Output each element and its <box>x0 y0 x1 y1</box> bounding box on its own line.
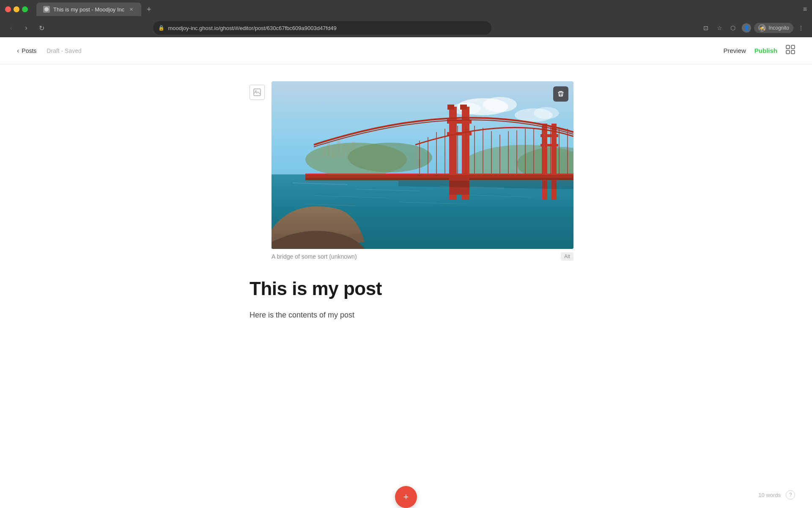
toolbar-actions: ⊡ ☆ ⬡ 👤 🕵 Incognito ⋮ <box>700 22 807 34</box>
svg-rect-61 <box>305 174 573 175</box>
menu-button[interactable]: ⋮ <box>795 22 807 34</box>
profile-button[interactable]: 👤 <box>741 22 752 34</box>
svg-rect-36 <box>447 105 454 110</box>
incognito-icon: 🕵 <box>758 24 766 32</box>
content-wrapper: A bridge of some sort (unknown) Alt This… <box>250 81 562 321</box>
svg-rect-41 <box>540 144 558 146</box>
new-tab-button[interactable]: + <box>143 3 155 15</box>
lock-icon: 🔒 <box>158 25 165 31</box>
alt-text-button[interactable]: Alt <box>561 252 573 261</box>
tab-close-button[interactable]: ✕ <box>128 6 134 13</box>
browser-chrome: This is my post - Moodjoy Inc ✕ + ≡ ‹ › … <box>0 0 812 37</box>
image-caption-row: A bridge of some sort (unknown) Alt <box>272 252 573 261</box>
incognito-label: Incognito <box>768 25 789 31</box>
header-actions: Preview Publish <box>723 45 795 56</box>
tab-end: ≡ <box>803 6 807 13</box>
tab-favicon <box>43 6 50 13</box>
svg-point-0 <box>44 7 49 11</box>
maximize-traffic-light[interactable] <box>22 6 28 12</box>
delete-image-button[interactable] <box>553 86 568 102</box>
svg-rect-2 <box>791 45 795 49</box>
post-body[interactable]: Here is the contents of my post <box>250 309 562 322</box>
svg-rect-4 <box>791 50 795 54</box>
svg-rect-3 <box>786 50 790 54</box>
extensions-button[interactable]: ⬡ <box>727 22 739 34</box>
traffic-lights <box>5 6 28 12</box>
address-bar[interactable]: 🔒 moodjoy-inc.ghost.io/ghost/#/editor/po… <box>153 21 491 35</box>
editor-header: ‹ Posts Draft - Saved Preview Publish <box>0 37 812 64</box>
svg-point-12 <box>534 107 559 119</box>
refresh-button[interactable]: ↻ <box>36 22 47 34</box>
ghost-editor: ‹ Posts Draft - Saved Preview Publish <box>0 37 812 508</box>
forward-button[interactable]: › <box>20 22 32 34</box>
fab-icon: + <box>403 491 409 502</box>
publish-button[interactable]: Publish <box>754 47 777 54</box>
browser-titlebar: This is my post - Moodjoy Inc ✕ + ≡ <box>0 0 812 19</box>
active-tab[interactable]: This is my post - Moodjoy Inc ✕ <box>36 3 141 16</box>
back-label: Posts <box>22 47 36 54</box>
bookmark-button[interactable]: ☆ <box>713 22 725 34</box>
back-button[interactable]: ‹ <box>5 22 17 34</box>
fab-button[interactable]: + <box>395 486 417 508</box>
image-caption: A bridge of some sort (unknown) <box>272 253 561 260</box>
cast-button[interactable]: ⊡ <box>700 22 712 34</box>
svg-rect-37 <box>460 105 467 110</box>
editor-footer: 10 words ? <box>758 490 795 500</box>
incognito-badge: 🕵 Incognito <box>754 23 793 33</box>
minimize-traffic-light[interactable] <box>14 6 19 12</box>
word-count: 10 words <box>758 492 781 498</box>
fab-area: + <box>395 486 417 508</box>
tab-title: This is my post - Moodjoy Inc <box>53 6 124 13</box>
browser-toolbar: ‹ › ↻ 🔒 moodjoy-inc.ghost.io/ghost/#/edi… <box>0 19 812 37</box>
editor-content: A bridge of some sort (unknown) Alt This… <box>0 64 812 508</box>
image-container: A bridge of some sort (unknown) Alt <box>272 81 573 261</box>
svg-rect-1 <box>786 45 790 49</box>
svg-rect-62 <box>305 178 573 180</box>
feature-image-area: A bridge of some sort (unknown) Alt <box>250 81 562 261</box>
preview-button[interactable]: Preview <box>723 47 746 54</box>
tab-bar: This is my post - Moodjoy Inc ✕ + <box>36 3 800 16</box>
svg-rect-40 <box>540 134 558 137</box>
post-title[interactable]: This is my post <box>250 278 562 300</box>
svg-point-9 <box>483 97 517 112</box>
draft-status: Draft - Saved <box>47 47 81 54</box>
back-arrow-icon: ‹ <box>17 47 19 55</box>
back-to-posts-button[interactable]: ‹ Posts <box>17 47 36 55</box>
settings-button[interactable] <box>786 45 795 56</box>
url-text: moodjoy-inc.ghost.io/ghost/#/editor/post… <box>168 25 486 31</box>
help-button[interactable]: ? <box>786 490 795 500</box>
feature-image <box>272 81 573 249</box>
close-traffic-light[interactable] <box>5 6 11 12</box>
add-image-button[interactable] <box>250 85 265 100</box>
